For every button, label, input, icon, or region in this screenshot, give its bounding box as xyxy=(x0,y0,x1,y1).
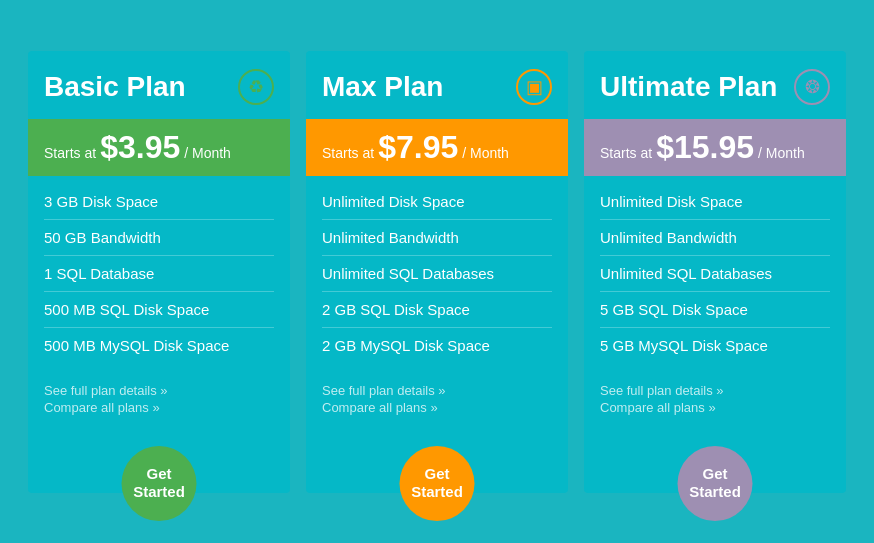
price-suffix-max: / Month xyxy=(462,145,509,161)
price-bar-max: Starts at $7.95/ Month xyxy=(306,119,568,176)
cta-wrapper-basic: Get Started xyxy=(122,446,197,521)
feature-item-basic-3: 500 MB SQL Disk Space xyxy=(44,292,274,328)
cta-wrapper-ultimate: Get Started xyxy=(678,446,753,521)
price-value-basic: $3.95 xyxy=(100,129,180,166)
feature-item-basic-0: 3 GB Disk Space xyxy=(44,184,274,220)
plans-container: Basic Plan♻Starts at $3.95/ Month3 GB Di… xyxy=(20,51,854,493)
plan-card-ultimate: Ultimate Plan❂Starts at $15.95/ MonthUnl… xyxy=(584,51,846,493)
cta-button-ultimate[interactable]: Get Started xyxy=(678,446,753,521)
plan-title-max: Max Plan xyxy=(322,71,443,103)
price-value-ultimate: $15.95 xyxy=(656,129,754,166)
features-list-basic: 3 GB Disk Space50 GB Bandwidth1 SQL Data… xyxy=(28,176,290,375)
cta-wrapper-max: Get Started xyxy=(400,446,475,521)
feature-item-basic-2: 1 SQL Database xyxy=(44,256,274,292)
feature-item-max-4: 2 GB MySQL Disk Space xyxy=(322,328,552,363)
feature-item-ultimate-1: Unlimited Bandwidth xyxy=(600,220,830,256)
feature-item-ultimate-3: 5 GB SQL Disk Space xyxy=(600,292,830,328)
plan-title-basic: Basic Plan xyxy=(44,71,186,103)
link-compare-ultimate[interactable]: Compare all plans » xyxy=(600,400,830,415)
feature-item-basic-1: 50 GB Bandwidth xyxy=(44,220,274,256)
feature-item-ultimate-2: Unlimited SQL Databases xyxy=(600,256,830,292)
price-prefix-ultimate: Starts at xyxy=(600,145,652,161)
features-list-max: Unlimited Disk SpaceUnlimited BandwidthU… xyxy=(306,176,568,375)
plan-links-ultimate: See full plan details »Compare all plans… xyxy=(584,375,846,433)
feature-item-max-2: Unlimited SQL Databases xyxy=(322,256,552,292)
price-bar-ultimate: Starts at $15.95/ Month xyxy=(584,119,846,176)
plan-header-ultimate: Ultimate Plan❂ xyxy=(584,51,846,119)
link-compare-max[interactable]: Compare all plans » xyxy=(322,400,552,415)
cta-button-basic[interactable]: Get Started xyxy=(122,446,197,521)
price-bar-basic: Starts at $3.95/ Month xyxy=(28,119,290,176)
feature-item-ultimate-0: Unlimited Disk Space xyxy=(600,184,830,220)
feature-item-max-3: 2 GB SQL Disk Space xyxy=(322,292,552,328)
price-suffix-ultimate: / Month xyxy=(758,145,805,161)
feature-item-ultimate-4: 5 GB MySQL Disk Space xyxy=(600,328,830,363)
plan-header-basic: Basic Plan♻ xyxy=(28,51,290,119)
price-prefix-basic: Starts at xyxy=(44,145,96,161)
feature-item-max-1: Unlimited Bandwidth xyxy=(322,220,552,256)
plan-card-max: Max Plan▣Starts at $7.95/ MonthUnlimited… xyxy=(306,51,568,493)
plan-links-basic: See full plan details »Compare all plans… xyxy=(28,375,290,433)
features-list-ultimate: Unlimited Disk SpaceUnlimited BandwidthU… xyxy=(584,176,846,375)
link-details-ultimate[interactable]: See full plan details » xyxy=(600,383,830,398)
plan-title-ultimate: Ultimate Plan xyxy=(600,71,777,103)
feature-item-basic-4: 500 MB MySQL Disk Space xyxy=(44,328,274,363)
plan-card-basic: Basic Plan♻Starts at $3.95/ Month3 GB Di… xyxy=(28,51,290,493)
plan-icon-basic: ♻ xyxy=(238,69,274,105)
plan-icon-max: ▣ xyxy=(516,69,552,105)
price-suffix-basic: / Month xyxy=(184,145,231,161)
link-compare-basic[interactable]: Compare all plans » xyxy=(44,400,274,415)
plan-icon-ultimate: ❂ xyxy=(794,69,830,105)
link-details-basic[interactable]: See full plan details » xyxy=(44,383,274,398)
feature-item-max-0: Unlimited Disk Space xyxy=(322,184,552,220)
plan-links-max: See full plan details »Compare all plans… xyxy=(306,375,568,433)
price-value-max: $7.95 xyxy=(378,129,458,166)
price-prefix-max: Starts at xyxy=(322,145,374,161)
link-details-max[interactable]: See full plan details » xyxy=(322,383,552,398)
cta-button-max[interactable]: Get Started xyxy=(400,446,475,521)
plan-header-max: Max Plan▣ xyxy=(306,51,568,119)
